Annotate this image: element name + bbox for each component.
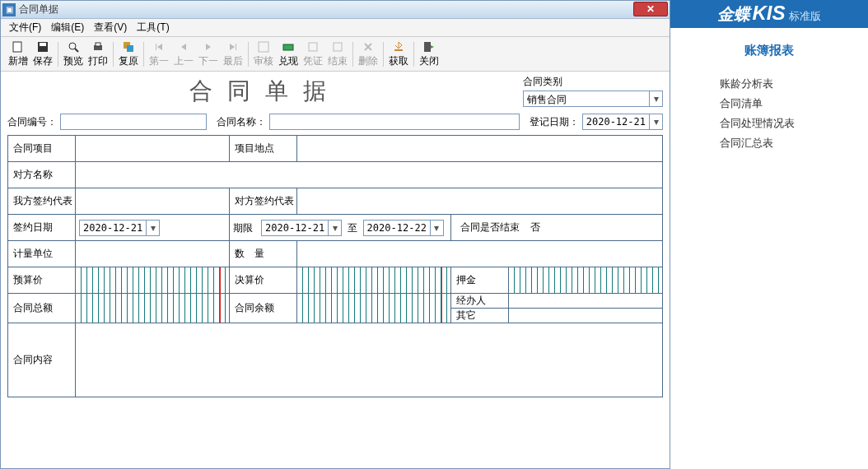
finished-value: 否 [530,221,540,233]
first-icon [152,40,166,53]
chevron-down-icon: ▾ [430,221,443,235]
exit-icon [422,40,436,53]
svg-line-4 [75,49,78,52]
content-label: 合同内容 [8,323,76,397]
window-close-button[interactable]: ✕ [633,2,668,16]
tb-restore[interactable]: 复原 [116,39,141,69]
period-from-field[interactable]: 2020-12-21 ▾ [261,220,342,236]
chevron-down-icon: ▾ [649,91,662,106]
other-party-cell[interactable] [76,162,663,188]
svg-marker-12 [206,44,211,50]
tb-next: 下一 [196,39,221,69]
preview-icon [67,40,80,53]
sidebar-link-summary[interactable]: 合同汇总表 [720,136,868,151]
svg-point-3 [69,43,76,49]
contract-no-label: 合同编号： [7,115,57,129]
contract-no-input[interactable] [60,114,207,130]
unit-cell[interactable] [76,241,230,267]
svg-rect-22 [394,49,403,51]
toolbar: 新增 保存 预览 打印 复原 第一 上一 下一 最后 审核 兑现 凭证 结束 删… [1,37,670,72]
window-title: 合同单据 [19,2,58,16]
contract-name-label: 合同名称： [217,115,266,129]
their-signer-cell[interactable] [297,188,663,215]
tb-last: 最后 [221,39,245,69]
location-cell[interactable] [297,136,663,162]
sidebar-link-status[interactable]: 合同处理情况表 [720,116,868,131]
chevron-down-icon: ▾ [649,114,662,129]
balance-label: 合同余额 [230,294,297,323]
sign-date-label: 签约日期 [8,215,76,241]
tb-print[interactable]: 打印 [86,39,110,69]
handler-cell[interactable] [509,294,663,309]
qty-cell[interactable] [297,241,663,267]
content-area: 合同单据 合同类别 销售合同 ▾ 合同编号： 合同名称： 登记日期： 2020-… [1,72,670,468]
sign-date-field[interactable]: 2020-12-21 ▾ [79,220,160,236]
handler-label: 经办人 [451,294,509,309]
tb-preview[interactable]: 预览 [61,39,86,69]
tb-closeperiod: 结束 [325,39,350,69]
brand-banner: 金蝶 KIS 标准版 [670,0,868,28]
last-icon [226,40,240,53]
svg-rect-8 [127,45,133,52]
settle-label: 决算价 [230,267,297,294]
svg-marker-9 [156,44,156,50]
deposit-cell[interactable] [509,267,662,293]
our-signer-cell[interactable] [76,188,230,215]
tb-save[interactable]: 保存 [30,39,55,69]
next-icon [202,40,215,53]
to-label: 至 [348,222,357,234]
tb-close[interactable]: 关闭 [417,39,441,69]
svg-rect-17 [309,43,317,51]
qty-label: 数 量 [230,241,297,267]
tb-audit: 审核 [251,39,276,69]
restore-icon [122,40,135,53]
item-label: 合同项目 [8,136,76,162]
menu-edit[interactable]: 编辑(E) [48,19,87,36]
total-label: 合同总额 [8,294,76,323]
svg-rect-23 [424,42,431,52]
settle-cell[interactable] [297,267,450,293]
other-party-label: 对方名称 [8,162,76,188]
reg-date-label: 登记日期： [530,115,579,129]
menu-file[interactable]: 文件(F) [6,19,44,36]
prev-icon [177,40,190,53]
svg-rect-2 [40,43,46,46]
menubar: 文件(F) 编辑(E) 查看(V) 工具(T) [1,19,670,37]
svg-marker-14 [236,44,236,50]
chevron-down-icon: ▾ [328,221,341,235]
total-cell[interactable] [76,294,229,323]
delete-icon [362,40,375,53]
tb-voucher: 凭证 [301,39,325,69]
tb-fetch[interactable]: 获取 [386,39,411,69]
svg-rect-15 [259,42,268,52]
save-icon [36,40,49,53]
menu-tool[interactable]: 工具(T) [133,19,172,36]
print-icon [91,40,105,53]
sidebar-link-aging[interactable]: 账龄分析表 [720,77,868,91]
content-cell[interactable] [76,323,663,397]
app-icon: ▣ [2,3,16,16]
cash-icon [282,40,295,53]
reg-date-field[interactable]: 2020-12-21 ▾ [582,114,663,130]
tb-cash[interactable]: 兑现 [276,39,301,69]
item-cell[interactable] [76,136,230,162]
other-cell[interactable] [509,309,663,323]
tb-new[interactable]: 新增 [6,39,30,69]
svg-marker-24 [431,45,434,49]
close-icon: ✕ [646,3,655,15]
tb-first: 第一 [147,39,171,69]
finished-label: 合同是否结束 [460,221,520,233]
svg-marker-10 [157,44,162,50]
chevron-down-icon: ▾ [146,221,159,235]
menu-view[interactable]: 查看(V) [91,19,130,36]
svg-rect-16 [283,44,293,50]
titlebar: ▣ 合同单据 ✕ [1,1,670,19]
period-to-field[interactable]: 2020-12-22 ▾ [363,220,444,236]
sidebar-link-list[interactable]: 合同清单 [720,96,868,111]
svg-rect-6 [96,43,100,46]
budget-cell[interactable] [76,267,229,293]
balance-cell[interactable] [297,294,450,323]
contract-type-select[interactable]: 销售合同 ▾ [523,91,663,107]
contract-name-input[interactable] [269,114,520,130]
type-value: 销售合同 [524,91,649,106]
